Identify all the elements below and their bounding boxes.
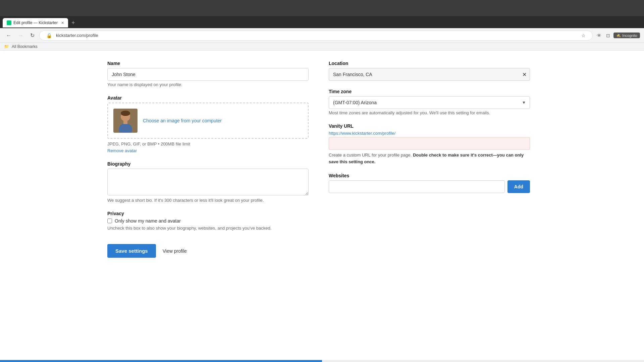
left-column: Name Your name is displayed on your prof… <box>107 61 309 258</box>
timezone-hint: Most time zones are automatically adjust… <box>329 110 530 115</box>
page-content: Name Your name is displayed on your prof… <box>80 51 564 268</box>
remove-avatar-link[interactable]: Remove avatar <box>107 148 137 153</box>
vanity-hint: Create a custom URL for your profile pag… <box>329 152 530 165</box>
location-input-wrap: ✕ <box>329 68 530 81</box>
vanity-url-link[interactable]: https://www.kickstarter.com/profile/ <box>329 131 395 136</box>
right-column: Location ✕ Time zone (GMT-07:00) Arizona… <box>329 61 530 258</box>
name-input[interactable] <box>107 68 309 81</box>
save-settings-button[interactable]: Save settings <box>107 244 156 258</box>
bookmarks-label: All Bookmarks <box>12 44 38 49</box>
eye-slash-icon[interactable]: 👁 <box>595 32 603 39</box>
privacy-checkbox[interactable] <box>107 219 112 223</box>
biography-hint: We suggest a short bio. If it's 300 char… <box>107 198 309 203</box>
avatar-label: Avatar <box>107 95 309 101</box>
name-label: Name <box>107 61 309 66</box>
active-tab[interactable]: Edit profile — Kickstarter ✕ <box>3 18 68 27</box>
new-tab-button[interactable]: + <box>69 19 77 26</box>
tab-label: Edit profile — Kickstarter <box>13 20 58 25</box>
vanity-url-prefix: https://www.kickstarter.com/profile/ <box>329 131 530 136</box>
url-text: kickstarter.com/profile <box>56 33 577 38</box>
privacy-checkbox-label[interactable]: Only show my name and avatar <box>115 218 181 224</box>
vanity-url-section: Vanity URL https://www.kickstarter.com/p… <box>329 123 530 165</box>
vanity-label: Vanity URL <box>329 123 530 129</box>
name-section: Name Your name is displayed on your prof… <box>107 61 309 87</box>
avatar-section: Avatar Choose an <box>107 95 309 153</box>
incognito-badge: 🕵 Incognito <box>613 33 640 38</box>
privacy-section: Privacy Only show my name and avatar Unc… <box>107 211 309 231</box>
website-input[interactable] <box>329 180 505 193</box>
tab-close-icon[interactable]: ✕ <box>61 21 64 25</box>
forward-button[interactable]: → <box>16 31 25 40</box>
website-input-row: Add <box>329 180 530 193</box>
svg-point-2 <box>121 111 130 116</box>
nav-bar: ← → ↻ 🔒 kickstarter.com/profile ☆ 👁 ⊡ 🕵 … <box>0 28 644 43</box>
timezone-section: Time zone (GMT-07:00) Arizona ( GMT-08:0… <box>329 89 530 115</box>
bookmarks-bar: 📁 All Bookmarks <box>0 43 644 51</box>
view-profile-link[interactable]: View profile <box>163 248 187 254</box>
avatar-preview <box>113 109 138 133</box>
vanity-hint-normal: Create a custom URL for your profile pag… <box>329 153 413 158</box>
back-button[interactable]: ← <box>4 31 13 40</box>
bookmarks-folder-icon: 📁 <box>4 44 9 49</box>
bookmark-icon[interactable]: ⊡ <box>605 32 611 39</box>
add-website-button[interactable]: Add <box>507 180 530 193</box>
actions-row: Save settings View profile <box>107 244 309 258</box>
biography-label: Biography <box>107 161 309 167</box>
address-bar[interactable]: 🔒 kickstarter.com/profile ☆ <box>39 31 593 41</box>
star-icon[interactable]: ☆ <box>580 32 587 39</box>
browser-chrome <box>0 0 644 16</box>
incognito-icon: 🕵 <box>616 33 621 38</box>
svg-rect-4 <box>123 121 127 124</box>
biography-section: Biography We suggest a short bio. If it'… <box>107 161 309 203</box>
avatar-image <box>113 109 138 133</box>
timezone-select-wrap: (GMT-07:00) Arizona ( GMT-08:00) Pacific… <box>329 96 530 109</box>
privacy-hint: Uncheck this box to also show your biogr… <box>107 226 309 231</box>
privacy-label: Privacy <box>107 211 309 216</box>
lock-icon: 🔒 <box>45 32 53 39</box>
tab-favicon <box>7 20 11 25</box>
location-label: Location <box>329 61 530 66</box>
browser-tabs: Edit profile — Kickstarter ✕ + <box>0 16 644 28</box>
location-input[interactable] <box>329 68 530 81</box>
avatar-file-info: JPEG, PNG, GIF, or BMP • 200MB file limi… <box>107 141 309 146</box>
avatar-upload-area[interactable]: Choose an image from your computer <box>107 103 309 139</box>
websites-label: Websites <box>329 173 530 178</box>
vanity-url-input[interactable] <box>329 137 530 150</box>
name-hint: Your name is displayed on your profile. <box>107 82 309 87</box>
privacy-checkbox-row: Only show my name and avatar <box>107 218 309 224</box>
websites-section: Websites Add <box>329 173 530 193</box>
nav-icons: 👁 ⊡ 🕵 Incognito <box>595 32 640 39</box>
location-clear-button[interactable]: ✕ <box>522 71 527 78</box>
timezone-select[interactable]: (GMT-07:00) Arizona ( GMT-08:00) Pacific… <box>329 96 530 109</box>
location-section: Location ✕ <box>329 61 530 81</box>
biography-textarea[interactable] <box>107 169 309 195</box>
choose-image-link[interactable]: Choose an image from your computer <box>143 118 222 123</box>
incognito-label: Incognito <box>622 34 637 38</box>
timezone-label: Time zone <box>329 89 530 94</box>
reload-button[interactable]: ↻ <box>28 31 37 40</box>
